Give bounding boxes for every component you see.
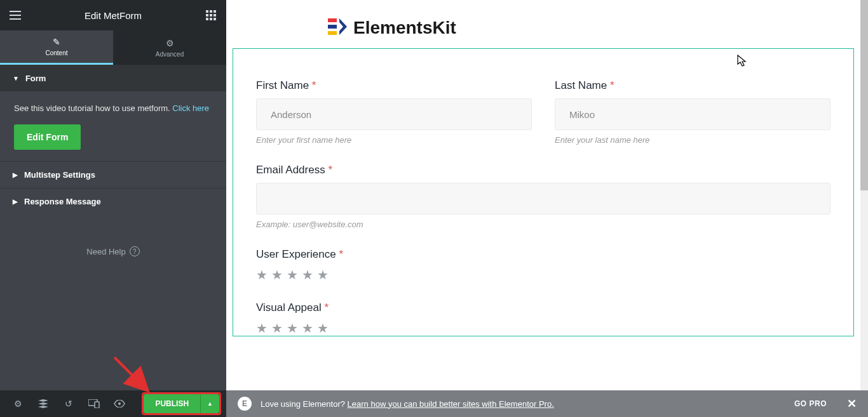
panel-title: Edit MetForm <box>85 10 142 21</box>
email-input[interactable] <box>256 183 831 215</box>
editor-tabs: ✎ Content ⚙ Advanced <box>0 30 226 65</box>
gear-icon: ⚙ <box>166 38 174 48</box>
star-icon[interactable]: ★ <box>317 321 329 336</box>
svg-rect-13 <box>328 18 337 22</box>
caret-down-icon: ▼ <box>13 75 19 82</box>
svg-rect-6 <box>206 18 208 20</box>
svg-rect-5 <box>214 14 216 17</box>
svg-rect-8 <box>214 18 216 20</box>
section-multistep[interactable]: ▶ Multistep Settings <box>0 161 226 188</box>
svg-rect-3 <box>206 14 208 17</box>
star-icon[interactable]: ★ <box>302 267 313 282</box>
promo-link[interactable]: Learn how you can build better sites wit… <box>348 399 554 409</box>
tutorial-link[interactable]: Click here <box>172 103 209 113</box>
svg-rect-15 <box>328 31 337 35</box>
svg-rect-0 <box>206 10 208 13</box>
svg-rect-4 <box>210 14 212 17</box>
star-icon[interactable]: ★ <box>256 267 268 282</box>
logo-text: ElementsKit <box>353 18 456 38</box>
history-icon[interactable]: ↺ <box>56 390 81 417</box>
star-icon[interactable]: ★ <box>287 321 298 336</box>
star-icon[interactable]: ★ <box>256 321 268 336</box>
sidebar-header: Edit MetForm <box>0 0 226 30</box>
publish-options-button[interactable]: ▲ <box>200 394 219 413</box>
star-icon[interactable]: ★ <box>271 267 283 282</box>
form-widget[interactable]: First Name * Enter your first name here … <box>233 48 854 336</box>
visual-label: Visual Appeal * <box>256 301 831 314</box>
svg-rect-10 <box>95 402 99 408</box>
settings-icon[interactable]: ⚙ <box>5 390 31 417</box>
last-name-hint: Enter your last name here <box>555 135 831 145</box>
svg-rect-7 <box>210 18 212 20</box>
svg-rect-2 <box>214 10 216 13</box>
star-icon[interactable]: ★ <box>271 321 283 336</box>
first-name-hint: Enter your first name here <box>256 135 532 145</box>
widgets-grid-icon[interactable] <box>205 9 217 22</box>
star-icon[interactable]: ★ <box>317 267 329 282</box>
email-label: Email Address * <box>256 164 831 176</box>
hamburger-icon[interactable] <box>9 9 22 22</box>
preview-icon[interactable] <box>107 390 132 417</box>
section-response[interactable]: ▶ Response Message <box>0 188 226 215</box>
close-icon[interactable]: ✕ <box>847 397 857 411</box>
star-icon[interactable]: ★ <box>287 267 298 282</box>
go-pro-button[interactable]: GO PRO <box>794 399 827 408</box>
publish-button[interactable]: PUBLISH <box>144 394 200 413</box>
edit-form-button[interactable]: Edit Form <box>14 124 81 150</box>
editor-sidebar: Edit MetForm ✎ Content ⚙ Advanced ▼ Form… <box>0 0 226 417</box>
visual-rating: ★ ★ ★ ★ ★ <box>256 321 831 336</box>
tab-content[interactable]: ✎ Content <box>0 30 113 65</box>
logo: ElementsKit <box>226 0 860 48</box>
field-last-name: Last Name * Enter your last name here <box>555 79 831 145</box>
logo-mark-icon <box>328 18 347 37</box>
caret-right-icon: ▶ <box>13 198 18 205</box>
tutorial-text: See this video tutorial how to use metfo… <box>14 103 172 113</box>
scrollbar[interactable] <box>860 0 868 390</box>
responsive-icon[interactable] <box>81 390 107 417</box>
elementor-icon: E <box>238 397 252 411</box>
svg-point-11 <box>118 402 121 405</box>
navigator-icon[interactable] <box>31 390 56 417</box>
promo-text: Love using Elementor? Learn how you can … <box>261 399 554 409</box>
section-form[interactable]: ▼ Form <box>0 65 226 91</box>
ux-rating: ★ ★ ★ ★ ★ <box>256 267 831 282</box>
svg-rect-14 <box>328 25 337 29</box>
pencil-icon: ✎ <box>53 37 60 47</box>
first-name-label: First Name * <box>256 79 532 92</box>
help-icon: ? <box>130 246 140 256</box>
sidebar-footer: ⚙ ↺ PUBLISH ▲ <box>0 390 226 417</box>
field-user-experience: User Experience * ★ ★ ★ ★ ★ <box>256 248 831 282</box>
publish-button-group: PUBLISH ▲ <box>142 392 221 415</box>
last-name-label: Last Name * <box>555 79 831 92</box>
form-section-body: See this video tutorial how to use metfo… <box>0 91 226 161</box>
field-email: Email Address * Example: user@website.co… <box>256 164 831 229</box>
promo-footer: E Love using Elementor? Learn how you ca… <box>226 390 868 417</box>
scrollbar-thumb[interactable] <box>860 0 868 190</box>
svg-rect-1 <box>210 10 212 13</box>
preview-canvas: ElementsKit First Name * Enter your firs… <box>226 0 860 390</box>
email-hint: Example: user@website.com <box>256 220 831 229</box>
caret-right-icon: ▶ <box>13 171 18 178</box>
need-help[interactable]: Need Help ? <box>0 215 226 256</box>
first-name-input[interactable] <box>256 98 532 130</box>
field-first-name: First Name * Enter your first name here <box>256 79 532 145</box>
star-icon[interactable]: ★ <box>302 321 313 336</box>
tab-advanced[interactable]: ⚙ Advanced <box>113 30 226 65</box>
ux-label: User Experience * <box>256 248 831 261</box>
field-visual-appeal: Visual Appeal * ★ ★ ★ ★ ★ <box>256 301 831 336</box>
last-name-input[interactable] <box>555 98 831 130</box>
